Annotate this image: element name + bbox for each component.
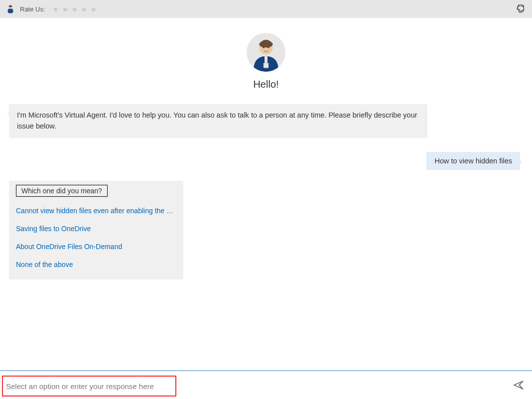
rating-stars: ★ ★ ★ ★ ★ [52,5,97,13]
input-highlight-box [2,376,176,397]
agent-message-text: I'm Microsoft's Virtual Agent. I'd love … [17,111,417,130]
user-message-text: How to view hidden files [434,157,512,165]
svg-rect-6 [264,63,268,68]
option-link[interactable]: Cannot view hidden files even after enab… [16,202,176,220]
rate-us-label: Rate Us: [20,5,45,13]
star-icon[interactable]: ★ [62,5,68,13]
option-link[interactable]: None of the above [16,256,176,273]
star-icon[interactable]: ★ [71,5,78,13]
svg-rect-1 [8,9,13,13]
agent-message: I'm Microsoft's Virtual Agent. I'd love … [9,104,427,138]
header-bar: Rate Us: ★ ★ ★ ★ ★ [0,0,532,18]
agent-mini-avatar-icon [6,4,15,13]
greeting-text: Hello! [253,79,278,90]
svg-point-4 [267,47,269,48]
user-message: How to view hidden files [426,152,520,170]
response-input[interactable] [6,377,172,396]
star-icon[interactable]: ★ [52,5,59,13]
intro-block: Hello! [5,33,527,90]
chat-area: Hello! I'm Microsoft's Virtual Agent. I'… [0,18,532,370]
option-link[interactable]: About OneDrive Files On-Demand [16,238,176,256]
star-icon[interactable]: ★ [81,5,87,13]
option-link[interactable]: Saving files to OneDrive [16,220,176,238]
input-bar [0,370,532,399]
svg-point-3 [263,47,265,48]
star-icon[interactable]: ★ [90,5,97,13]
header-left: Rate Us: ★ ★ ★ ★ ★ [6,4,97,13]
refresh-icon[interactable] [516,4,525,13]
options-prompt: Which one did you mean? [16,185,108,197]
svg-rect-5 [265,56,267,63]
options-block: Which one did you mean? Cannot view hidd… [9,181,183,279]
send-icon[interactable] [512,379,525,392]
agent-avatar-icon [247,33,285,72]
